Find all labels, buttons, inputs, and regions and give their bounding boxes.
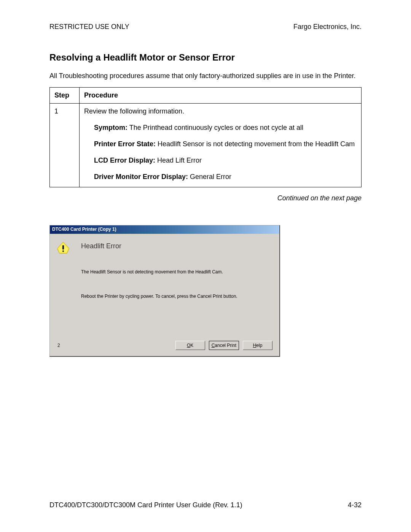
symptom-label: Symptom:	[94, 124, 127, 131]
proc-line-driver: Driver Monitor Error Display: General Er…	[84, 173, 357, 181]
section-title: Resolving a Headlift Motor or Sensor Err…	[49, 52, 362, 63]
dialog-body: Headlift Error The Headlift Sensor is no…	[50, 234, 279, 356]
svg-rect-2	[62, 245, 64, 249]
state-text: Headlift Sensor is not detecting movemen…	[156, 140, 355, 148]
intro-text: All Troubleshooting procedures assume th…	[49, 71, 362, 80]
dialog-titlebar: DTC400 Card Printer (Copy 1)	[50, 225, 279, 234]
header-left: RESTRICTED USE ONLY	[49, 23, 129, 31]
continued-note: Continued on the next page	[49, 194, 362, 202]
page-header: RESTRICTED USE ONLY Fargo Electronics, I…	[49, 23, 362, 31]
header-right: Fargo Electronics, Inc.	[293, 23, 362, 31]
driver-label: Driver Monitor Error Display:	[94, 173, 188, 181]
cell-procedure: Review the following information. Sympto…	[80, 104, 362, 187]
dialog-footer: 2 OK Cancel Print Help	[57, 341, 272, 352]
lcd-text: Head Lift Error	[155, 157, 202, 164]
state-label: Printer Error State:	[94, 140, 156, 148]
dialog-count: 2	[57, 343, 60, 348]
dialog-top-row: Headlift Error	[57, 239, 272, 269]
proc-line-symptom: Symptom: The Printhead continuously cycl…	[84, 124, 357, 132]
cell-step: 1	[50, 104, 80, 187]
dialog-heading: Headlift Error	[81, 242, 121, 250]
footer-right: 4-32	[348, 501, 362, 509]
dialog-message-2: Reboot the Printer by cycling power. To …	[81, 294, 272, 299]
procedure-table: Step Procedure 1 Review the following in…	[49, 87, 362, 187]
help-button[interactable]: Help	[243, 341, 272, 350]
help-rest: elp	[256, 343, 262, 348]
cancel-rest: ancel Print	[215, 343, 236, 348]
document-page: RESTRICTED USE ONLY Fargo Electronics, I…	[0, 0, 411, 372]
cancel-underline: C	[212, 343, 215, 348]
warning-icon	[57, 241, 70, 254]
ok-button[interactable]: OK	[175, 341, 205, 350]
ok-underline: O	[187, 343, 190, 348]
error-dialog: DTC400 Card Printer (Copy 1) Headlift Er…	[49, 225, 280, 357]
table-header-row: Step Procedure	[50, 88, 362, 104]
proc-line-lcd: LCD Error Display: Head Lift Error	[84, 157, 357, 165]
proc-line-review: Review the following information.	[84, 107, 357, 115]
lcd-label: LCD Error Display:	[94, 157, 155, 164]
cancel-print-button[interactable]: Cancel Print	[209, 341, 239, 350]
ok-rest: K	[190, 343, 193, 348]
th-step: Step	[50, 88, 80, 104]
table-row: 1 Review the following information. Symp…	[50, 104, 362, 187]
proc-line-state: Printer Error State: Headlift Sensor is …	[84, 140, 357, 148]
th-procedure: Procedure	[80, 88, 362, 104]
footer-left: DTC400/DTC300/DTC300M Card Printer User …	[49, 501, 242, 509]
driver-text: General Error	[188, 173, 231, 181]
dialog-message-1: The Headlift Sensor is not detecting mov…	[81, 269, 272, 275]
page-footer: DTC400/DTC300/DTC300M Card Printer User …	[49, 501, 362, 509]
symptom-text: The Printhead continuously cycles or doe…	[127, 124, 303, 131]
svg-point-3	[62, 251, 64, 252]
